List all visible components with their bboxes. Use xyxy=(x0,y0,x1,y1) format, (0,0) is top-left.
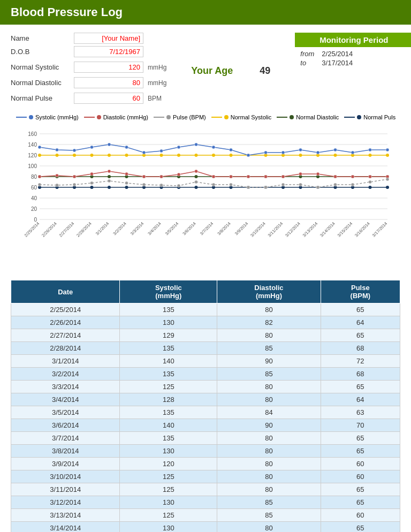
table-cell: 82 xyxy=(217,316,321,329)
table-cell: 85 xyxy=(217,342,321,355)
svg-point-153 xyxy=(142,183,146,186)
svg-point-156 xyxy=(195,180,198,184)
table-cell: 135 xyxy=(120,432,217,445)
svg-point-88 xyxy=(108,186,111,189)
legend-normal-systolic: Normal Systolic xyxy=(211,114,271,120)
table-cell: 80 xyxy=(217,432,321,445)
table-cell: 80 xyxy=(217,483,321,496)
table-cell: 65 xyxy=(321,445,400,458)
table-cell: 3/10/2014 xyxy=(11,470,120,483)
table-cell: 3/5/2014 xyxy=(11,406,120,419)
svg-point-117 xyxy=(247,154,250,157)
table-cell: 80 xyxy=(217,470,321,483)
table-cell: 140 xyxy=(120,419,217,432)
normal-systolic-input[interactable] xyxy=(74,62,143,73)
normal-pulse-row: Normal Pulse BPM xyxy=(11,93,166,104)
svg-point-154 xyxy=(160,184,163,187)
table-row: 3/4/20141288064 xyxy=(11,393,400,406)
table-row: 3/12/20141308565 xyxy=(11,496,400,509)
dob-label: D.O.B xyxy=(11,48,70,56)
table-row: 3/13/20141258560 xyxy=(11,509,400,522)
name-input[interactable] xyxy=(74,33,143,44)
legend-diastolic: Diastolic (mmHg) xyxy=(84,114,148,120)
col-diastolic: Diastolic(mmHg) xyxy=(217,280,321,303)
page-title: Blood Pressure Log xyxy=(11,5,123,19)
table-cell: 65 xyxy=(321,381,400,393)
svg-point-133 xyxy=(160,175,163,178)
svg-point-137 xyxy=(230,175,233,178)
svg-point-112 xyxy=(160,149,163,153)
table-row: 3/3/20141258065 xyxy=(11,381,400,393)
normal-diastolic-input[interactable] xyxy=(74,77,143,88)
svg-point-165 xyxy=(351,183,354,186)
svg-point-124 xyxy=(369,148,372,151)
table-body: 2/25/201413580652/26/201413082642/27/201… xyxy=(11,303,400,533)
table-cell: 65 xyxy=(321,432,400,445)
data-table: Date Systolic(mmHg) Diastolic(mmHg) Puls… xyxy=(11,280,400,532)
svg-point-45 xyxy=(125,154,128,157)
table-row: 2/28/20141358568 xyxy=(11,342,400,355)
svg-point-158 xyxy=(230,183,233,186)
svg-text:3/17/2014: 3/17/2014 xyxy=(371,221,389,238)
svg-text:3/5/2014: 3/5/2014 xyxy=(164,221,180,237)
svg-point-104 xyxy=(386,186,389,189)
table-row: 3/5/20141358463 xyxy=(11,406,400,419)
to-row: to 3/17/2014 xyxy=(300,59,411,67)
svg-point-51 xyxy=(230,154,233,157)
svg-point-47 xyxy=(160,154,163,157)
table-cell: 80 xyxy=(217,303,321,316)
svg-point-131 xyxy=(125,172,128,176)
svg-point-167 xyxy=(386,178,389,181)
table-cell: 70 xyxy=(321,419,400,432)
svg-text:2/26/2014: 2/26/2014 xyxy=(41,221,58,238)
col-systolic: Systolic(mmHg) xyxy=(120,280,217,303)
svg-point-125 xyxy=(386,148,389,151)
normal-diastolic-unit: mmHg xyxy=(148,79,166,87)
col-date: Date xyxy=(11,280,120,303)
svg-point-116 xyxy=(230,148,233,151)
svg-point-160 xyxy=(264,186,268,189)
svg-text:2/25/2014: 2/25/2014 xyxy=(24,221,41,238)
svg-point-128 xyxy=(73,175,76,178)
table-cell: 128 xyxy=(120,393,217,406)
table-header: Date Systolic(mmHg) Diastolic(mmHg) Puls… xyxy=(11,280,400,303)
patient-form: Name D.O.B Normal Systolic mmHg Normal D… xyxy=(11,33,166,106)
table-header-row: Date Systolic(mmHg) Diastolic(mmHg) Puls… xyxy=(11,280,400,303)
table-cell: 63 xyxy=(321,406,400,419)
table-cell: 135 xyxy=(120,406,217,419)
monitoring-section: Monitoring Period from 2/25/2014 to 3/17… xyxy=(295,33,411,106)
from-value: 2/25/2014 xyxy=(322,50,353,58)
svg-point-151 xyxy=(108,179,111,183)
svg-text:3/15/2014: 3/15/2014 xyxy=(337,221,354,238)
dob-row: D.O.B xyxy=(11,46,166,57)
table-cell: 64 xyxy=(321,316,400,329)
svg-text:3/12/2014: 3/12/2014 xyxy=(284,221,301,238)
table-cell: 2/25/2014 xyxy=(11,303,120,316)
legend-systolic-label: Systolic (mmHg) xyxy=(35,114,79,120)
dob-input[interactable] xyxy=(74,46,143,57)
table-cell: 80 xyxy=(217,445,321,458)
normals-section: Normal Systolic mmHg Normal Diastolic mm… xyxy=(11,62,166,106)
svg-text:2/27/2014: 2/27/2014 xyxy=(58,221,75,238)
svg-point-118 xyxy=(264,151,268,154)
table-cell: 3/6/2014 xyxy=(11,419,120,432)
table-cell: 129 xyxy=(120,329,217,342)
table-row: 3/14/20141308065 xyxy=(11,522,400,533)
svg-point-147 xyxy=(38,183,41,186)
svg-point-141 xyxy=(299,172,302,176)
svg-point-157 xyxy=(212,183,215,186)
normal-pulse-input[interactable] xyxy=(74,93,143,104)
svg-point-134 xyxy=(177,173,180,176)
svg-text:100: 100 xyxy=(28,163,37,169)
to-value: 3/17/2014 xyxy=(322,59,353,67)
table-cell: 65 xyxy=(321,522,400,533)
svg-point-148 xyxy=(56,184,59,187)
svg-point-123 xyxy=(351,151,354,154)
to-label: to xyxy=(300,59,316,67)
svg-point-49 xyxy=(195,154,198,157)
svg-point-139 xyxy=(264,175,268,178)
name-label: Name xyxy=(11,34,70,42)
svg-point-130 xyxy=(108,170,111,173)
normal-systolic-unit: mmHg xyxy=(148,64,166,71)
svg-point-40 xyxy=(38,154,41,157)
